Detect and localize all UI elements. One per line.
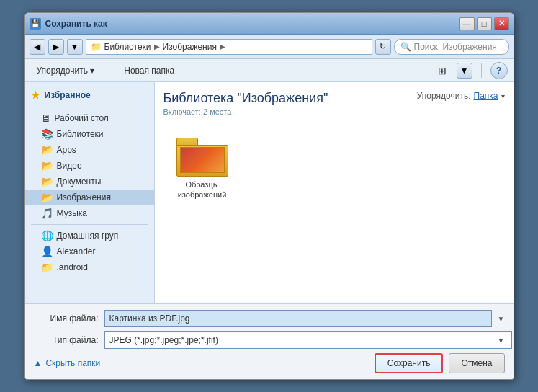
android-icon: 📁 <box>41 262 53 273</box>
favorites-section: ★ Избранное <box>25 86 154 104</box>
dropdown-icon: ▼ <box>71 42 79 52</box>
path-part-2: Изображения <box>163 42 217 52</box>
help-button[interactable]: ? <box>490 62 508 79</box>
sort-arrow: ▾ <box>501 92 505 100</box>
action-buttons: Сохранить Отмена <box>375 353 505 373</box>
save-button[interactable]: Сохранить <box>375 353 444 373</box>
content-area: Библиотека "Изображения" Включает: 2 мес… <box>155 82 514 303</box>
filename-label: Имя файла: <box>34 313 99 324</box>
filetype-row: Тип файла: JPEG (*.jpg;*.jpeg;*.jpe;*.jf… <box>34 331 505 349</box>
folder-preview <box>176 133 228 177</box>
cancel-button[interactable]: Отмена <box>449 353 504 373</box>
folder-icon: 📁 <box>91 42 102 52</box>
main-area: ★ Избранное 🖥 Рабочий стол 📚 Библиотеки … <box>25 82 514 303</box>
sort-control: Упорядочить: Папка ▾ <box>417 91 505 101</box>
button-row: ▲ Скрыть папки Сохранить Отмена <box>34 353 505 373</box>
desktop-icon: 🖥 <box>41 112 51 124</box>
sidebar-item-label-apps: Apps <box>57 145 76 155</box>
sidebar-item-label-images: Изображения <box>57 192 111 202</box>
save-as-dialog: 💾 Сохранить как — □ ✕ ◀ ▶ ▼ 📁 Библиотеки… <box>24 12 514 380</box>
folder-preview-image <box>180 147 225 173</box>
documents-icon: 📂 <box>41 176 53 187</box>
sidebar-item-label-homegroup: Домашняя груп <box>57 231 119 241</box>
hide-folders-label: Скрыть папки <box>45 358 100 368</box>
libraries-icon: 📚 <box>41 128 53 140</box>
forward-icon: ▶ <box>53 42 59 52</box>
user-icon: 👤 <box>41 246 53 257</box>
sidebar-item-homegroup[interactable]: 🌐 Домашняя груп <box>25 228 154 244</box>
sidebar-item-label-desktop: Рабочий стол <box>55 113 109 123</box>
sidebar-item-desktop[interactable]: 🖥 Рабочий стол <box>25 110 154 126</box>
bottom-area: Имя файла: ▼ Тип файла: JPEG (*.jpg;*.jp… <box>25 303 514 379</box>
new-folder-button[interactable]: Новая папка <box>118 62 180 79</box>
sidebar: ★ Избранное 🖥 Рабочий стол 📚 Библиотеки … <box>25 82 155 303</box>
titlebar-buttons: — □ ✕ <box>459 17 509 30</box>
addressbar: ◀ ▶ ▼ 📁 Библиотеки ▶ Изображения ▶ ↻ 🔍 П… <box>25 35 514 59</box>
content-header: Библиотека "Изображения" Включает: 2 мес… <box>163 91 505 116</box>
hide-folders-button[interactable]: ▲ Скрыть папки <box>34 358 101 368</box>
path-part-1: Библиотеки <box>104 42 151 52</box>
sidebar-item-user[interactable]: 👤 Alexander <box>25 244 154 259</box>
sidebar-item-libraries[interactable]: 📚 Библиотеки <box>25 126 154 142</box>
search-box[interactable]: 🔍 Поиск: Изображения <box>394 39 509 55</box>
sort-button[interactable]: Упорядочить ▾ <box>31 62 101 79</box>
toolbar: Упорядочить ▾ Новая папка ⊞ ▼ ? <box>25 59 514 82</box>
search-icon: 🔍 <box>400 42 411 52</box>
filetype-select[interactable]: JPEG (*.jpg;*.jpeg;*.jpe;*.jfif) <box>104 331 512 349</box>
sidebar-item-music[interactable]: 🎵 Музыка <box>25 205 154 221</box>
maximize-button[interactable]: □ <box>477 17 492 30</box>
file-label-samples: Образцыизображений <box>178 179 227 200</box>
refresh-icon: ↻ <box>380 42 386 51</box>
address-path[interactable]: 📁 Библиотеки ▶ Изображения ▶ <box>86 39 372 55</box>
view-dropdown-icon: ▼ <box>460 66 469 76</box>
close-button[interactable]: ✕ <box>494 17 509 30</box>
sidebar-divider-1 <box>31 107 148 107</box>
hide-icon: ▲ <box>34 358 42 368</box>
toolbar-separator <box>109 63 109 78</box>
sidebar-item-android[interactable]: 📁 .android <box>25 259 154 275</box>
back-button[interactable]: ◀ <box>30 39 45 55</box>
sidebar-item-label-music: Музыка <box>57 208 87 218</box>
sidebar-item-label-video: Видео <box>57 161 82 171</box>
star-icon: ★ <box>31 89 40 101</box>
sidebar-item-video[interactable]: 📂 Видео <box>25 158 154 174</box>
homegroup-icon: 🌐 <box>41 230 53 241</box>
filetype-wrapper: JPEG (*.jpg;*.jpeg;*.jpe;*.jfif) ▼ <box>104 331 505 349</box>
sidebar-item-label-libraries: Библиотеки <box>57 129 104 139</box>
view-icon: ⊞ <box>438 65 447 76</box>
filename-row: Имя файла: ▼ <box>34 310 505 327</box>
content-title-section: Библиотека "Изображения" Включает: 2 мес… <box>163 91 417 116</box>
folder-body <box>176 145 228 177</box>
sort-label: Упорядочить: <box>417 91 471 101</box>
back-icon: ◀ <box>34 42 40 52</box>
filename-input[interactable] <box>104 310 492 327</box>
view-dropdown-button[interactable]: ▼ <box>457 63 472 79</box>
video-icon: 📂 <box>41 160 53 172</box>
filetype-label: Тип файла: <box>34 335 99 345</box>
file-grid: Образцыизображений <box>163 126 505 208</box>
sidebar-item-label-android: .android <box>57 262 88 272</box>
search-placeholder: Поиск: Изображения <box>414 42 497 52</box>
filename-dropdown-icon: ▼ <box>498 315 505 323</box>
dialog-title: Сохранить как <box>45 19 459 29</box>
titlebar: 💾 Сохранить как — □ ✕ <box>25 13 514 35</box>
sidebar-item-apps[interactable]: 📂 Apps <box>25 142 154 158</box>
favorites-header[interactable]: ★ Избранное <box>25 86 154 104</box>
recent-button[interactable]: ▼ <box>67 39 83 55</box>
file-item-samples[interactable]: Образцыизображений <box>166 129 238 205</box>
path-separator-1: ▶ <box>154 43 160 50</box>
sort-link[interactable]: Папка <box>474 91 498 101</box>
content-title: Библиотека "Изображения" <box>163 91 417 106</box>
images-icon: 📂 <box>41 192 53 203</box>
dialog-icon: 💾 <box>30 18 41 30</box>
sidebar-item-label-user: Alexander <box>57 246 96 257</box>
forward-button[interactable]: ▶ <box>48 39 64 55</box>
content-subtitle: Включает: 2 места <box>163 107 417 116</box>
sidebar-item-images[interactable]: 📂 Изображения <box>25 190 154 205</box>
view-button[interactable]: ⊞ <box>434 62 451 79</box>
sidebar-item-documents[interactable]: 📂 Документы <box>25 174 154 190</box>
refresh-button[interactable]: ↻ <box>375 39 391 55</box>
path-separator-2: ▶ <box>220 43 225 50</box>
minimize-button[interactable]: — <box>459 17 475 30</box>
sidebar-divider-2 <box>31 224 148 225</box>
